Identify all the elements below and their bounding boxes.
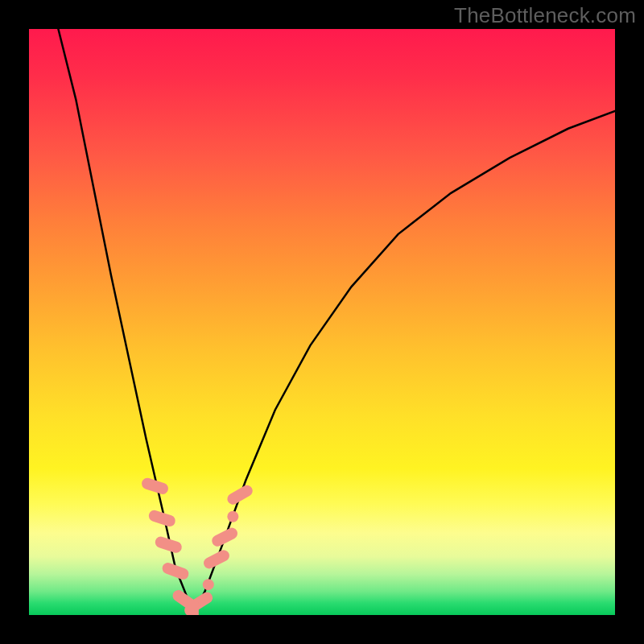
marker-right-dot2 bbox=[227, 511, 238, 522]
marker-right-1 bbox=[202, 548, 232, 571]
marker-right-3 bbox=[225, 483, 254, 506]
curve-bottleneck-left bbox=[58, 29, 192, 615]
marker-bottom bbox=[188, 600, 199, 615]
curve-layer bbox=[29, 29, 615, 615]
chart-frame: TheBottleneck.com bbox=[0, 0, 644, 644]
plot-area bbox=[29, 29, 615, 615]
marker-right-dot bbox=[203, 579, 214, 590]
marker-right-2 bbox=[210, 526, 240, 548]
curve-bottleneck-right bbox=[193, 111, 615, 615]
watermark-text: TheBottleneck.com bbox=[454, 3, 636, 28]
